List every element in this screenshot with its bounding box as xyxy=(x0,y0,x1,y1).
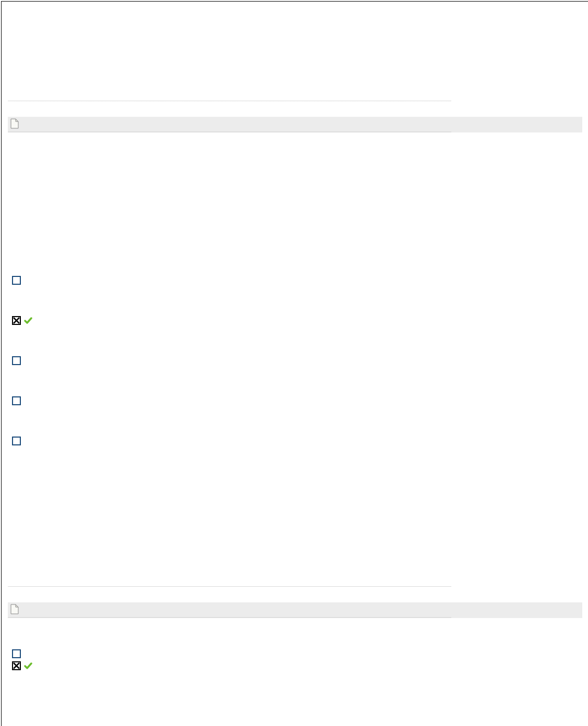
spacer xyxy=(8,2,582,101)
option-row xyxy=(12,356,582,365)
checkbox-empty-icon[interactable] xyxy=(12,396,21,405)
spacer xyxy=(8,618,582,649)
spacer xyxy=(8,587,582,602)
checkbox-empty-icon[interactable] xyxy=(12,356,21,365)
page-frame xyxy=(1,1,588,726)
option-row xyxy=(12,649,582,658)
page-icon xyxy=(10,118,19,131)
content-area xyxy=(8,2,582,670)
checkbox-checked-icon[interactable] xyxy=(12,316,21,325)
page-icon xyxy=(10,604,19,616)
section-bar-underline xyxy=(8,617,451,618)
option-row xyxy=(12,661,582,670)
section-header-bar xyxy=(8,602,582,618)
option-row xyxy=(12,276,582,285)
checkbox-empty-icon[interactable] xyxy=(12,649,21,658)
section-bar-underline xyxy=(8,131,451,132)
checkbox-checked-icon[interactable] xyxy=(12,661,21,670)
checkmark-icon xyxy=(24,317,32,325)
option-row xyxy=(12,316,582,325)
spacer xyxy=(8,405,582,437)
option-row xyxy=(12,437,582,445)
spacer xyxy=(8,101,582,117)
checkbox-empty-icon[interactable] xyxy=(12,437,21,445)
spacer xyxy=(8,132,582,276)
section-header-bar xyxy=(8,117,582,132)
spacer xyxy=(8,325,582,356)
checkmark-icon xyxy=(24,662,32,670)
spacer xyxy=(8,285,582,316)
spacer xyxy=(8,365,582,396)
spacer xyxy=(8,445,582,586)
checkbox-empty-icon[interactable] xyxy=(12,276,21,285)
option-row xyxy=(12,396,582,405)
